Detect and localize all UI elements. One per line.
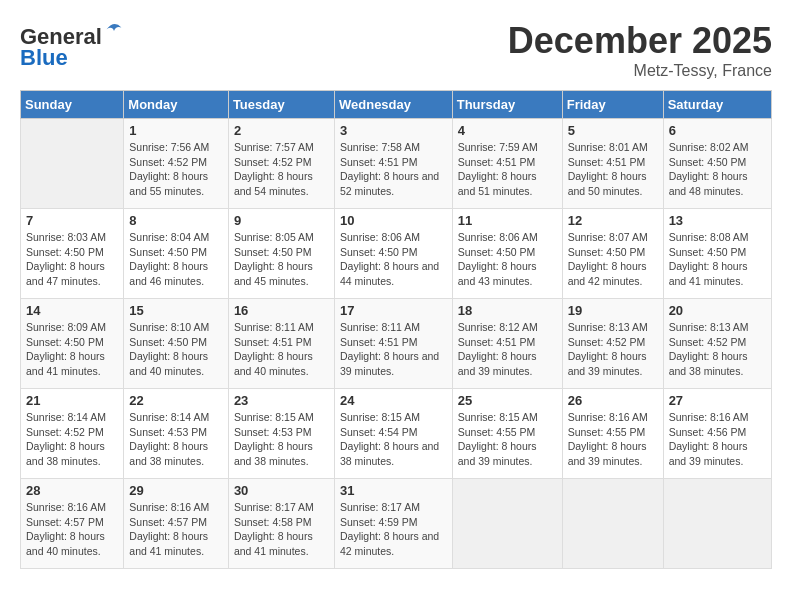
day-cell: 21 Sunrise: 8:14 AM Sunset: 4:52 PM Dayl… (21, 389, 124, 479)
day-info: Sunrise: 8:02 AM Sunset: 4:50 PM Dayligh… (669, 141, 749, 197)
day-info: Sunrise: 8:15 AM Sunset: 4:55 PM Dayligh… (458, 411, 538, 467)
day-cell: 12 Sunrise: 8:07 AM Sunset: 4:50 PM Dayl… (562, 209, 663, 299)
day-info: Sunrise: 8:16 AM Sunset: 4:57 PM Dayligh… (129, 501, 209, 557)
day-number: 28 (26, 483, 118, 498)
day-number: 8 (129, 213, 223, 228)
day-number: 2 (234, 123, 329, 138)
day-cell: 7 Sunrise: 8:03 AM Sunset: 4:50 PM Dayli… (21, 209, 124, 299)
day-info: Sunrise: 8:16 AM Sunset: 4:56 PM Dayligh… (669, 411, 749, 467)
weekday-header-saturday: Saturday (663, 91, 771, 119)
day-info: Sunrise: 8:06 AM Sunset: 4:50 PM Dayligh… (458, 231, 538, 287)
day-cell: 28 Sunrise: 8:16 AM Sunset: 4:57 PM Dayl… (21, 479, 124, 569)
day-info: Sunrise: 8:14 AM Sunset: 4:52 PM Dayligh… (26, 411, 106, 467)
week-row-5: 28 Sunrise: 8:16 AM Sunset: 4:57 PM Dayl… (21, 479, 772, 569)
day-info: Sunrise: 8:13 AM Sunset: 4:52 PM Dayligh… (669, 321, 749, 377)
day-number: 18 (458, 303, 557, 318)
day-info: Sunrise: 8:15 AM Sunset: 4:54 PM Dayligh… (340, 411, 439, 467)
week-row-1: 1 Sunrise: 7:56 AM Sunset: 4:52 PM Dayli… (21, 119, 772, 209)
day-cell: 18 Sunrise: 8:12 AM Sunset: 4:51 PM Dayl… (452, 299, 562, 389)
day-cell: 19 Sunrise: 8:13 AM Sunset: 4:52 PM Dayl… (562, 299, 663, 389)
day-cell (21, 119, 124, 209)
day-info: Sunrise: 7:59 AM Sunset: 4:51 PM Dayligh… (458, 141, 538, 197)
day-info: Sunrise: 8:11 AM Sunset: 4:51 PM Dayligh… (234, 321, 314, 377)
day-cell: 30 Sunrise: 8:17 AM Sunset: 4:58 PM Dayl… (228, 479, 334, 569)
day-number: 7 (26, 213, 118, 228)
day-cell: 14 Sunrise: 8:09 AM Sunset: 4:50 PM Dayl… (21, 299, 124, 389)
day-info: Sunrise: 8:01 AM Sunset: 4:51 PM Dayligh… (568, 141, 648, 197)
location: Metz-Tessy, France (508, 62, 772, 80)
day-info: Sunrise: 8:04 AM Sunset: 4:50 PM Dayligh… (129, 231, 209, 287)
weekday-header-wednesday: Wednesday (334, 91, 452, 119)
day-number: 15 (129, 303, 223, 318)
day-number: 5 (568, 123, 658, 138)
day-cell: 6 Sunrise: 8:02 AM Sunset: 4:50 PM Dayli… (663, 119, 771, 209)
day-cell: 23 Sunrise: 8:15 AM Sunset: 4:53 PM Dayl… (228, 389, 334, 479)
week-row-2: 7 Sunrise: 8:03 AM Sunset: 4:50 PM Dayli… (21, 209, 772, 299)
day-number: 14 (26, 303, 118, 318)
page-header: General Blue December 2025 Metz-Tessy, F… (20, 20, 772, 80)
title-block: December 2025 Metz-Tessy, France (508, 20, 772, 80)
weekday-header-tuesday: Tuesday (228, 91, 334, 119)
weekday-header-row: SundayMondayTuesdayWednesdayThursdayFrid… (21, 91, 772, 119)
day-number: 10 (340, 213, 447, 228)
day-cell: 4 Sunrise: 7:59 AM Sunset: 4:51 PM Dayli… (452, 119, 562, 209)
day-number: 27 (669, 393, 766, 408)
day-info: Sunrise: 8:08 AM Sunset: 4:50 PM Dayligh… (669, 231, 749, 287)
week-row-3: 14 Sunrise: 8:09 AM Sunset: 4:50 PM Dayl… (21, 299, 772, 389)
day-info: Sunrise: 7:58 AM Sunset: 4:51 PM Dayligh… (340, 141, 439, 197)
day-cell: 1 Sunrise: 7:56 AM Sunset: 4:52 PM Dayli… (124, 119, 229, 209)
day-number: 17 (340, 303, 447, 318)
day-info: Sunrise: 8:16 AM Sunset: 4:57 PM Dayligh… (26, 501, 106, 557)
day-number: 6 (669, 123, 766, 138)
month-title: December 2025 (508, 20, 772, 62)
day-number: 30 (234, 483, 329, 498)
day-number: 16 (234, 303, 329, 318)
logo: General Blue (20, 20, 124, 71)
day-info: Sunrise: 8:05 AM Sunset: 4:50 PM Dayligh… (234, 231, 314, 287)
day-cell (452, 479, 562, 569)
day-number: 12 (568, 213, 658, 228)
weekday-header-friday: Friday (562, 91, 663, 119)
day-number: 13 (669, 213, 766, 228)
day-info: Sunrise: 8:06 AM Sunset: 4:50 PM Dayligh… (340, 231, 439, 287)
weekday-header-sunday: Sunday (21, 91, 124, 119)
logo-bird-icon (104, 20, 124, 44)
day-cell: 26 Sunrise: 8:16 AM Sunset: 4:55 PM Dayl… (562, 389, 663, 479)
day-number: 29 (129, 483, 223, 498)
day-info: Sunrise: 8:10 AM Sunset: 4:50 PM Dayligh… (129, 321, 209, 377)
day-number: 1 (129, 123, 223, 138)
day-number: 22 (129, 393, 223, 408)
day-cell: 8 Sunrise: 8:04 AM Sunset: 4:50 PM Dayli… (124, 209, 229, 299)
day-cell: 27 Sunrise: 8:16 AM Sunset: 4:56 PM Dayl… (663, 389, 771, 479)
day-info: Sunrise: 8:12 AM Sunset: 4:51 PM Dayligh… (458, 321, 538, 377)
day-info: Sunrise: 8:13 AM Sunset: 4:52 PM Dayligh… (568, 321, 648, 377)
day-cell: 17 Sunrise: 8:11 AM Sunset: 4:51 PM Dayl… (334, 299, 452, 389)
day-number: 23 (234, 393, 329, 408)
day-info: Sunrise: 8:09 AM Sunset: 4:50 PM Dayligh… (26, 321, 106, 377)
calendar-table: SundayMondayTuesdayWednesdayThursdayFrid… (20, 90, 772, 569)
day-number: 31 (340, 483, 447, 498)
day-number: 26 (568, 393, 658, 408)
day-number: 24 (340, 393, 447, 408)
day-info: Sunrise: 8:15 AM Sunset: 4:53 PM Dayligh… (234, 411, 314, 467)
week-row-4: 21 Sunrise: 8:14 AM Sunset: 4:52 PM Dayl… (21, 389, 772, 479)
day-info: Sunrise: 7:57 AM Sunset: 4:52 PM Dayligh… (234, 141, 314, 197)
day-cell: 31 Sunrise: 8:17 AM Sunset: 4:59 PM Dayl… (334, 479, 452, 569)
day-info: Sunrise: 8:14 AM Sunset: 4:53 PM Dayligh… (129, 411, 209, 467)
day-cell: 9 Sunrise: 8:05 AM Sunset: 4:50 PM Dayli… (228, 209, 334, 299)
day-number: 11 (458, 213, 557, 228)
day-info: Sunrise: 8:17 AM Sunset: 4:59 PM Dayligh… (340, 501, 439, 557)
day-cell: 22 Sunrise: 8:14 AM Sunset: 4:53 PM Dayl… (124, 389, 229, 479)
day-cell: 10 Sunrise: 8:06 AM Sunset: 4:50 PM Dayl… (334, 209, 452, 299)
day-cell: 15 Sunrise: 8:10 AM Sunset: 4:50 PM Dayl… (124, 299, 229, 389)
day-number: 25 (458, 393, 557, 408)
day-number: 20 (669, 303, 766, 318)
day-number: 19 (568, 303, 658, 318)
day-cell: 16 Sunrise: 8:11 AM Sunset: 4:51 PM Dayl… (228, 299, 334, 389)
day-info: Sunrise: 8:16 AM Sunset: 4:55 PM Dayligh… (568, 411, 648, 467)
day-cell (663, 479, 771, 569)
day-cell: 20 Sunrise: 8:13 AM Sunset: 4:52 PM Dayl… (663, 299, 771, 389)
day-cell: 24 Sunrise: 8:15 AM Sunset: 4:54 PM Dayl… (334, 389, 452, 479)
day-number: 21 (26, 393, 118, 408)
day-cell (562, 479, 663, 569)
